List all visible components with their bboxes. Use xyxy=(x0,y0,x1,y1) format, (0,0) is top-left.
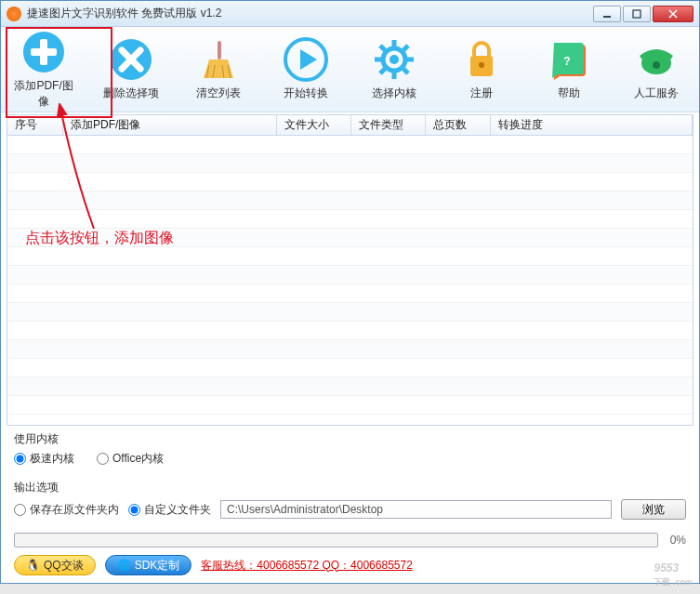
qq-chat-button[interactable]: 🐧 QQ交谈 xyxy=(14,555,96,575)
table-body[interactable] xyxy=(7,136,693,426)
register-label: 注册 xyxy=(470,86,493,101)
start-label: 开始转换 xyxy=(284,86,328,101)
svg-point-26 xyxy=(390,55,399,64)
sdk-label: SDK定制 xyxy=(135,558,180,574)
kernel-heading: 使用内核 xyxy=(14,431,686,447)
footer: 🐧 QQ交谈 🌐 SDK定制 客服热线：4006685572 QQ：400668… xyxy=(1,548,699,583)
table-row xyxy=(7,359,693,377)
window-title: 捷速图片文字识别软件 免费试用版 v1.2 xyxy=(27,6,591,21)
output-panel: 输出选项 保存在原文件夹内 自定义文件夹 浏览 xyxy=(1,474,699,527)
minimize-button[interactable] xyxy=(593,6,621,22)
maximize-button[interactable] xyxy=(623,6,651,22)
play-icon xyxy=(284,37,328,82)
col-add[interactable]: 添加PDF/图像 xyxy=(63,115,277,135)
radio-fast-kernel[interactable]: 极速内核 xyxy=(14,451,74,467)
svg-point-28 xyxy=(479,62,484,68)
svg-line-23 xyxy=(403,69,408,73)
clear-label: 清空列表 xyxy=(196,86,241,101)
progress-row: 0% xyxy=(14,533,686,548)
help-button[interactable]: ? 帮助 xyxy=(534,35,604,103)
register-button[interactable]: 注册 xyxy=(446,35,517,103)
broom-icon xyxy=(196,37,241,82)
clear-button[interactable]: 清空列表 xyxy=(183,35,254,103)
progress-bar xyxy=(14,533,658,548)
radio-office-input[interactable] xyxy=(97,453,109,465)
sdk-button[interactable]: 🌐 SDK定制 xyxy=(105,555,192,575)
table-row xyxy=(7,322,693,340)
radio-custom-label: 自定义文件夹 xyxy=(144,502,211,518)
help-label: 帮助 xyxy=(558,86,580,101)
kernel-label: 选择内核 xyxy=(372,86,416,101)
gear-icon xyxy=(372,37,416,82)
radio-same-label: 保存在原文件夹内 xyxy=(30,502,119,518)
table-row xyxy=(7,284,693,303)
kernel-button[interactable]: 选择内核 xyxy=(359,35,429,103)
table-row xyxy=(7,340,693,359)
progress-percent: 0% xyxy=(664,534,686,547)
radio-fast-input[interactable] xyxy=(14,453,26,465)
svg-rect-6 xyxy=(31,48,57,56)
svg-rect-10 xyxy=(218,41,221,59)
file-table: 序号 添加PDF/图像 文件大小 文件类型 总页数 转换进度 xyxy=(7,114,693,426)
table-row xyxy=(7,229,693,247)
qq-label: QQ交谈 xyxy=(44,558,84,574)
radio-fast-label: 极速内核 xyxy=(30,451,74,467)
svg-text:?: ? xyxy=(563,55,570,68)
svg-point-31 xyxy=(653,61,660,69)
app-icon xyxy=(7,7,21,21)
kernel-panel: 使用内核 极速内核 Office内核 xyxy=(1,426,699,474)
table-row xyxy=(7,247,693,266)
table-row xyxy=(7,396,693,415)
hotline-link[interactable]: 客服热线：4006685572 QQ：4006685572 xyxy=(201,558,412,574)
svg-line-22 xyxy=(380,46,385,50)
x-icon xyxy=(109,37,153,82)
table-row xyxy=(7,377,693,396)
titlebar: 捷速图片文字识别软件 免费试用版 v1.2 xyxy=(1,1,699,27)
col-pages[interactable]: 总页数 xyxy=(426,115,491,135)
table-row xyxy=(7,154,693,173)
browse-button[interactable]: 浏览 xyxy=(621,499,686,520)
table-row xyxy=(7,266,693,284)
table-row xyxy=(7,303,693,322)
table-header: 序号 添加PDF/图像 文件大小 文件类型 总页数 转换进度 xyxy=(7,115,693,136)
col-type[interactable]: 文件类型 xyxy=(351,115,426,135)
help-icon: ? xyxy=(547,37,591,82)
globe-icon: 🌐 xyxy=(117,559,131,572)
radio-custom-folder[interactable]: 自定义文件夹 xyxy=(128,502,211,518)
delete-label: 删除选择项 xyxy=(103,86,159,101)
radio-custom-input[interactable] xyxy=(128,504,140,516)
col-progress[interactable]: 转换进度 xyxy=(491,115,693,135)
add-pdf-button[interactable]: 添加PDF/图像 xyxy=(8,28,79,112)
output-path-input[interactable] xyxy=(220,500,612,519)
svg-marker-16 xyxy=(300,49,317,70)
close-button[interactable] xyxy=(653,6,693,22)
table-row xyxy=(7,173,693,191)
toolbar: 添加PDF/图像 删除选择项 清空列表 开始转换 选择内核 xyxy=(1,27,699,112)
table-row xyxy=(7,210,693,229)
radio-same-input[interactable] xyxy=(14,504,26,516)
phone-icon xyxy=(634,37,679,82)
delete-button[interactable]: 删除选择项 xyxy=(96,35,166,103)
radio-same-folder[interactable]: 保存在原文件夹内 xyxy=(14,502,119,518)
col-seq[interactable]: 序号 xyxy=(7,115,63,135)
qq-icon: 🐧 xyxy=(26,559,40,572)
output-heading: 输出选项 xyxy=(14,480,686,495)
add-pdf-label: 添加PDF/图像 xyxy=(10,78,77,110)
svg-line-24 xyxy=(403,46,408,50)
svg-rect-1 xyxy=(633,10,641,18)
start-button[interactable]: 开始转换 xyxy=(271,35,341,103)
col-size[interactable]: 文件大小 xyxy=(277,115,351,135)
service-button[interactable]: 人工服务 xyxy=(621,35,692,103)
radio-office-label: Office内核 xyxy=(112,451,164,467)
service-label: 人工服务 xyxy=(634,86,679,101)
lock-icon xyxy=(459,37,504,82)
svg-line-25 xyxy=(380,69,385,73)
table-row xyxy=(7,136,693,154)
plus-icon xyxy=(21,30,66,74)
table-row xyxy=(7,191,693,210)
radio-office-kernel[interactable]: Office内核 xyxy=(97,451,164,467)
